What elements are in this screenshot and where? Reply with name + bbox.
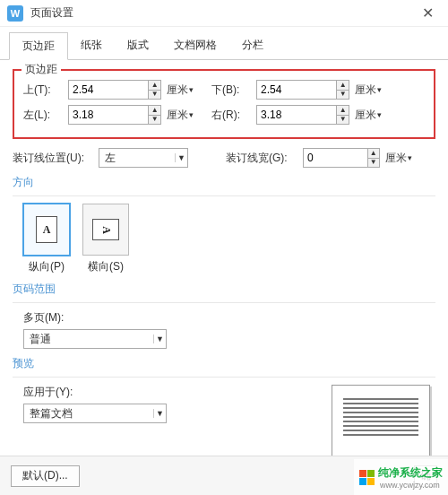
margin-bottom-input[interactable]: ▲▼ (256, 80, 349, 100)
orientation-landscape[interactable]: A (82, 204, 129, 256)
tab-bar: 页边距 纸张 版式 文档网格 分栏 (0, 27, 448, 60)
tab-margins[interactable]: 页边距 (9, 32, 68, 60)
unit-select-bottom[interactable]: 厘米▾ (353, 80, 383, 100)
window-title: 页面设置 (30, 5, 414, 21)
watermark-logo-icon (359, 470, 375, 485)
unit-select-gutter[interactable]: 厘米▾ (383, 148, 414, 168)
tab-grid[interactable]: 文档网格 (161, 32, 229, 59)
pagerange-title: 页码范围 (13, 282, 435, 297)
margin-top-label: 上(T): (23, 82, 65, 98)
spin-up-icon[interactable]: ▲ (149, 106, 160, 116)
spin-down-icon[interactable]: ▼ (149, 116, 160, 125)
default-button[interactable]: 默认(D)... (11, 465, 80, 487)
orientation-portrait[interactable]: A (23, 204, 70, 256)
gutter-pos-label: 装订线位置(U): (13, 151, 95, 166)
tab-paper[interactable]: 纸张 (68, 32, 115, 59)
preview-title: 预览 (13, 356, 435, 371)
spin-down-icon[interactable]: ▼ (337, 116, 349, 125)
multipage-label: 多页(M): (23, 310, 435, 326)
margin-left-input[interactable]: ▲▼ (68, 105, 161, 125)
gutter-width-input[interactable]: ▲▼ (303, 148, 380, 168)
dialog-footer: 默认(D)... 确 纯净系统之家 www.ycwjzy.com (0, 456, 448, 495)
spin-down-icon[interactable]: ▼ (337, 91, 349, 100)
unit-select-left[interactable]: 厘米▾ (165, 105, 195, 125)
unit-select-right[interactable]: 厘米▾ (353, 105, 383, 125)
margin-top-input[interactable]: ▲▼ (68, 80, 161, 100)
orientation-title: 方向 (13, 175, 435, 190)
spin-up-icon[interactable]: ▲ (368, 149, 379, 159)
spin-down-icon[interactable]: ▼ (149, 91, 160, 100)
close-icon[interactable]: ✕ (414, 0, 441, 27)
gutter-width-label: 装订线宽(G): (226, 151, 299, 166)
tab-columns[interactable]: 分栏 (229, 32, 276, 59)
multipage-select[interactable]: 普通▼ (23, 329, 167, 349)
spin-up-icon[interactable]: ▲ (337, 81, 349, 91)
landscape-label: 横向(S) (82, 259, 129, 274)
spin-up-icon[interactable]: ▲ (149, 81, 160, 91)
portrait-page-icon: A (36, 216, 57, 243)
margin-right-input[interactable]: ▲▼ (256, 105, 349, 125)
spin-up-icon[interactable]: ▲ (337, 106, 349, 116)
apply-to-select[interactable]: 整篇文档▼ (23, 404, 167, 423)
landscape-page-icon: A (92, 219, 119, 240)
margins-group: 页边距 上(T): ▲▼ 厘米▾ 下(B): ▲▼ 厘米▾ 左(L): ▲▼ 厘… (13, 69, 435, 139)
gutter-pos-select[interactable]: 左▼ (99, 148, 188, 168)
watermark-text: 纯净系统之家 (378, 465, 443, 481)
spin-down-icon[interactable]: ▼ (368, 159, 379, 168)
apply-to-label: 应用于(Y): (23, 385, 317, 400)
watermark: 纯净系统之家 www.ycwjzy.com (354, 459, 448, 495)
titlebar: W 页面设置 ✕ (0, 0, 448, 27)
app-logo-icon: W (7, 5, 23, 22)
margins-legend: 页边距 (22, 62, 61, 77)
margin-bottom-label: 下(B): (211, 82, 253, 98)
margin-left-label: 左(L): (23, 108, 65, 123)
unit-select-top[interactable]: 厘米▾ (165, 80, 195, 100)
portrait-label: 纵向(P) (23, 259, 70, 274)
margin-right-label: 右(R): (211, 108, 253, 123)
tab-layout[interactable]: 版式 (115, 32, 161, 59)
watermark-url: www.ycwjzy.com (380, 481, 443, 490)
